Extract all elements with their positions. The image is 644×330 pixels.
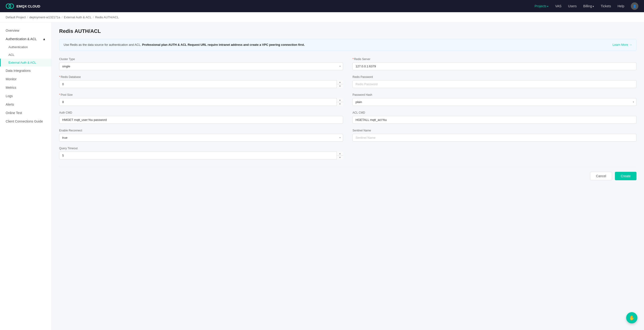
auth-cmd-input[interactable]: [59, 116, 343, 124]
sidebar-item-alerts[interactable]: Alerts: [0, 100, 52, 109]
pool-size-label: * Pool Size: [59, 93, 343, 96]
sentinel-name-label: Sentinel Name: [352, 129, 636, 132]
fab-support-button[interactable]: ✋: [626, 312, 638, 324]
breadcrumb-default-project[interactable]: Default Project: [6, 16, 26, 19]
query-timeout-input-wrapper: ▲ ▼: [59, 152, 343, 159]
brand-logo[interactable]: EMQX CLOUD: [6, 4, 40, 9]
breadcrumb-current: Redis AUTH/ACL: [95, 16, 118, 19]
nav-projects[interactable]: Projects: [535, 4, 549, 8]
redis-password-input[interactable]: [352, 80, 636, 88]
user-avatar[interactable]: 👤: [631, 2, 638, 10]
redis-password-group: Redis Password: [352, 75, 636, 88]
sidebar-item-overview[interactable]: Overview: [0, 26, 52, 35]
info-text-normal: Use Redis as the data source for authent…: [64, 43, 141, 46]
sentinel-name-input[interactable]: [352, 134, 636, 142]
redis-database-group: * Redis Database ▲ ▼: [59, 75, 343, 88]
empty-grid-cell: [352, 147, 636, 159]
top-navigation: EMQX CLOUD Projects VAS Users Billing Ti…: [0, 0, 644, 12]
sidebar-item-logs[interactable]: Logs: [0, 92, 52, 100]
pool-size-group: * Pool Size ▲ ▼: [59, 93, 343, 106]
breadcrumb-sep-3: /: [93, 16, 94, 19]
query-timeout-decrement-button[interactable]: ▼: [337, 156, 343, 159]
svg-point-1: [9, 4, 14, 8]
sidebar-item-online-test[interactable]: Online Test: [0, 109, 52, 117]
acl-cmd-group: ACL CMD: [352, 111, 636, 124]
acl-cmd-input[interactable]: [352, 116, 636, 124]
sidebar-item-acl[interactable]: ACL: [0, 51, 52, 59]
info-box-text: Use Redis as the data source for authent…: [64, 42, 609, 48]
redis-database-required-star: *: [59, 75, 60, 79]
cluster-type-group: Cluster Type single sentinel cluster ▾: [59, 58, 343, 70]
pool-size-arrows: ▲ ▼: [336, 98, 343, 106]
pool-size-required-star: *: [59, 93, 60, 96]
breadcrumb-deployment[interactable]: deployment-w132171a: [29, 16, 60, 19]
breadcrumb-external-auth[interactable]: External Auth & ACL: [64, 16, 92, 19]
breadcrumb: Default Project / deployment-w132171a / …: [0, 12, 644, 22]
sentinel-name-group: Sentinel Name: [352, 129, 636, 142]
password-hash-label: Password Hash: [352, 93, 636, 96]
sidebar: Overview Authentication & ACL ▲ Authenti…: [0, 22, 52, 330]
redis-database-increment-button[interactable]: ▲: [337, 80, 343, 84]
brand-name: EMQX CLOUD: [16, 4, 40, 8]
main-content: Redis AUTH/ACL Use Redis as the data sou…: [52, 22, 644, 330]
redis-server-label: * Redis Server: [352, 58, 636, 61]
sidebar-item-auth-acl[interactable]: Authentication & ACL ▲: [0, 35, 52, 43]
redis-database-input-wrapper: ▲ ▼: [59, 80, 343, 88]
fab-icon: ✋: [629, 315, 635, 320]
nav-help[interactable]: Help: [618, 4, 624, 8]
query-timeout-label: Query Timeout: [59, 147, 343, 150]
enable-reconnect-select[interactable]: true false: [59, 134, 343, 142]
redis-auth-acl-form: Cluster Type single sentinel cluster ▾ *: [59, 58, 636, 180]
redis-server-input[interactable]: [352, 62, 636, 70]
pool-size-input-wrapper: ▲ ▼: [59, 98, 343, 106]
nav-billing[interactable]: Billing: [583, 4, 594, 8]
breadcrumb-sep-1: /: [27, 16, 28, 19]
redis-password-label: Redis Password: [352, 75, 636, 79]
page-title: Redis AUTH/ACL: [59, 28, 636, 34]
topnav-links: Projects VAS Users Billing Tickets Help …: [535, 2, 638, 10]
sidebar-item-data-integrations[interactable]: Data Integrations: [0, 66, 52, 75]
enable-reconnect-group: Enable Reconnect true false ▾: [59, 129, 343, 142]
create-button[interactable]: Create: [615, 172, 636, 180]
query-timeout-increment-button[interactable]: ▲: [337, 152, 343, 156]
learn-more-link[interactable]: Learn More →: [612, 42, 632, 48]
password-hash-group: Password Hash plain md5 sha sha256 bcryp…: [352, 93, 636, 106]
query-timeout-arrows: ▲ ▼: [336, 152, 343, 159]
redis-database-input[interactable]: [59, 80, 343, 88]
sidebar-item-authentication[interactable]: Authentication: [0, 43, 52, 51]
breadcrumb-sep-2: /: [62, 16, 62, 19]
query-timeout-group: Query Timeout ▲ ▼: [59, 147, 343, 159]
pool-size-decrement-button[interactable]: ▼: [337, 102, 343, 106]
nav-tickets[interactable]: Tickets: [600, 4, 611, 8]
redis-database-label: * Redis Database: [59, 75, 343, 79]
sidebar-item-external-auth-acl[interactable]: External Auth & ACL: [0, 59, 52, 66]
query-timeout-input[interactable]: [59, 152, 343, 159]
enable-reconnect-select-wrapper: true false ▾: [59, 134, 343, 142]
password-hash-select[interactable]: plain md5 sha sha256 bcrypt: [352, 98, 636, 106]
info-text-bold: Professional plan AUTH & ACL Request URL…: [142, 43, 305, 46]
sidebar-item-monitor[interactable]: Monitor: [0, 75, 52, 83]
redis-server-group: * Redis Server: [352, 58, 636, 70]
redis-database-arrows: ▲ ▼: [336, 80, 343, 88]
form-actions: Cancel Create: [59, 167, 636, 180]
redis-server-required-star: *: [352, 58, 354, 61]
password-hash-select-wrapper: plain md5 sha sha256 bcrypt ▾: [352, 98, 636, 106]
redis-database-decrement-button[interactable]: ▼: [337, 84, 343, 88]
sidebar-item-client-connections-guide[interactable]: Client Connections Guide: [0, 117, 52, 126]
main-layout: Overview Authentication & ACL ▲ Authenti…: [0, 22, 644, 330]
enable-reconnect-label: Enable Reconnect: [59, 129, 343, 132]
cluster-type-select[interactable]: single sentinel cluster: [59, 62, 343, 70]
pool-size-input[interactable]: [59, 98, 343, 106]
info-box: Use Redis as the data source for authent…: [59, 39, 636, 51]
pool-size-increment-button[interactable]: ▲: [337, 98, 343, 102]
nav-vas[interactable]: VAS: [555, 4, 562, 8]
nav-users[interactable]: Users: [568, 4, 577, 8]
chevron-up-icon: ▲: [42, 37, 46, 41]
cluster-type-label: Cluster Type: [59, 58, 343, 61]
sidebar-item-metrics[interactable]: Metrics: [0, 83, 52, 92]
auth-cmd-group: Auth CMD: [59, 111, 343, 124]
cluster-type-select-wrapper: single sentinel cluster ▾: [59, 62, 343, 70]
cancel-button[interactable]: Cancel: [590, 172, 612, 180]
acl-cmd-label: ACL CMD: [352, 111, 636, 114]
emqx-logo-icon: [6, 4, 14, 9]
